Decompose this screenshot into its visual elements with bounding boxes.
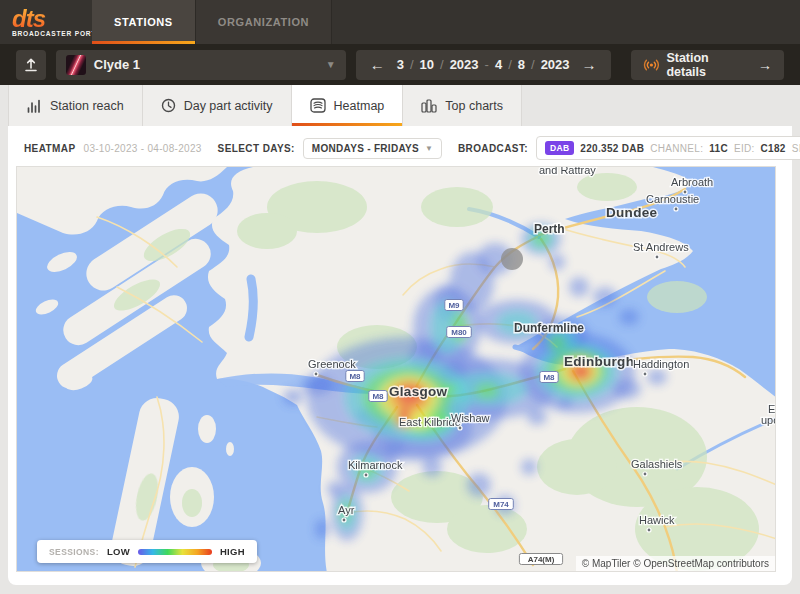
end-year: 2023 (541, 57, 570, 72)
city-label: Perth (534, 222, 565, 236)
nav-tab-organization[interactable]: ORGANIZATION (196, 0, 332, 44)
tab-top-charts[interactable]: Top charts (403, 85, 522, 126)
heatmap-filter-row: HEATMAP 03-10-2023 - 04-08-2023 SELECT D… (8, 126, 792, 166)
city-dot (674, 207, 678, 211)
heatmap-date-range: 03-10-2023 - 04-08-2023 (84, 143, 202, 154)
select-days-label: SELECT DAYS: (218, 143, 295, 154)
date-range-control: ← 3 / 10 / 2023 - 4 / 8 / 2023 → (356, 50, 611, 80)
city-label: Ayr (338, 504, 355, 516)
city-label: Galashiels (631, 458, 683, 470)
city-label: Greenock (308, 358, 356, 370)
station-selector[interactable]: Clyde 1 ▼ (56, 50, 346, 80)
tab-day-part-activity-label: Day part activity (184, 99, 273, 113)
broadcast-dropdown[interactable]: DAB 220.352 DAB CHANNEL: 11C EID: C182 S… (536, 136, 800, 160)
tab-heatmap[interactable]: Heatmap (292, 85, 404, 126)
legend-high-label: HIGH (220, 546, 245, 557)
upload-button[interactable] (16, 50, 46, 80)
city-label: Glasgow (389, 384, 448, 399)
station-details-button[interactable]: Station details → (631, 50, 784, 80)
arrow-right-icon: → (758, 57, 772, 73)
top-charts-icon (421, 99, 437, 113)
start-month: 3 (397, 57, 404, 72)
eid-label: EID: (734, 143, 755, 154)
city-dot (458, 426, 462, 430)
gray-circle-marker (501, 248, 523, 270)
chevron-down-icon: ▼ (425, 144, 433, 153)
start-year: 2023 (450, 57, 479, 72)
city-dot (643, 372, 647, 376)
dts-logo: dts BROADCASTER PORTAL (0, 0, 92, 44)
city-label: St Andrews (633, 241, 689, 253)
city-dot (342, 518, 346, 522)
svg-text:M8: M8 (372, 392, 384, 401)
channel-label: CHANNEL: (650, 143, 703, 154)
date-slash: / (440, 57, 444, 72)
nav-tab-stations-label: STATIONS (114, 16, 173, 28)
map-attribution: © MapTiler © OpenStreetMap contributors (576, 556, 775, 571)
city-dot (655, 255, 659, 259)
city-label: and Rattray (539, 167, 596, 176)
road-badge: A74(M) (519, 554, 562, 565)
select-days-value: MONDAYS - FRIDAYS (312, 143, 419, 154)
date-slash: / (508, 57, 512, 72)
chevron-down-icon: ▼ (326, 59, 336, 70)
tab-top-charts-label: Top charts (445, 99, 503, 113)
legend-low-label: LOW (107, 546, 130, 557)
city-label: upo (761, 414, 776, 426)
clock-icon (161, 98, 176, 113)
date-range-text[interactable]: 3 / 10 / 2023 - 4 / 8 / 2023 (397, 57, 570, 72)
eid-value: C182 (761, 143, 786, 154)
road-badge: M8 (346, 371, 364, 382)
city-label: Hawick (639, 514, 675, 526)
svg-text:A74(M): A74(M) (528, 555, 555, 564)
city-label: Carnoustie (646, 193, 699, 205)
road-badge: M80 (447, 327, 472, 338)
heatmap-panel: HEATMAP 03-10-2023 - 04-08-2023 SELECT D… (8, 126, 792, 585)
station-toolbar: Clyde 1 ▼ ← 3 / 10 / 2023 - 4 / 8 / 2023… (0, 44, 800, 85)
city-label: Dunfermline (514, 321, 584, 335)
tab-station-reach[interactable]: Station reach (8, 85, 143, 126)
sessions-legend: SESSIONS: LOW HIGH (37, 540, 257, 563)
nav-tab-stations[interactable]: STATIONS (92, 0, 196, 44)
date-slash: / (410, 57, 414, 72)
main-nav: STATIONS ORGANIZATION (92, 0, 332, 44)
view-tabs: Station reach Day part activity Heatmap … (0, 85, 800, 126)
sid-label: SID: (792, 143, 800, 154)
city-label: Arbroath (671, 176, 713, 188)
svg-text:M8: M8 (543, 373, 555, 382)
tab-station-reach-label: Station reach (50, 99, 124, 113)
channel-value: 11C (709, 143, 728, 154)
end-month: 4 (495, 57, 502, 72)
svg-text:M9: M9 (448, 301, 460, 310)
svg-text:M8: M8 (349, 372, 361, 381)
road-badge: M8 (369, 391, 387, 402)
nav-tab-organization-label: ORGANIZATION (218, 16, 309, 28)
road-badge: M9 (445, 300, 463, 311)
station-details-label: Station details (666, 51, 751, 79)
city-label: Edinburgh (564, 354, 634, 369)
station-logo (66, 55, 86, 75)
svg-text:M80: M80 (451, 328, 467, 337)
city-dot (647, 528, 651, 532)
city-label: Wishaw (451, 412, 490, 424)
broadcast-frequency: 220.352 DAB (580, 143, 644, 154)
select-days-dropdown[interactable]: MONDAYS - FRIDAYS ▼ (303, 138, 442, 159)
bar-chart-icon (27, 99, 42, 113)
broadcast-icon (643, 58, 660, 72)
next-date-button[interactable]: → (582, 56, 597, 73)
svg-text:M74: M74 (493, 500, 509, 509)
tab-heatmap-label: Heatmap (334, 99, 385, 113)
upload-icon (23, 57, 39, 73)
start-day: 10 (420, 57, 434, 72)
heatmap-icon (310, 98, 326, 113)
tab-day-part-activity[interactable]: Day part activity (143, 85, 292, 126)
date-slash: / (531, 57, 535, 72)
city-dot (364, 473, 368, 477)
dts-logo-subtitle: BROADCASTER PORTAL (12, 30, 92, 37)
dts-logo-text: dts (12, 8, 92, 30)
prev-date-button[interactable]: ← (370, 56, 385, 73)
city-label: Haddington (633, 358, 689, 370)
legend-gradient-bar (138, 549, 212, 555)
road-badge: M8 (540, 372, 558, 383)
heatmap-map[interactable]: and RattrayPerthDundeeArbroathCarnoustie… (16, 166, 776, 572)
